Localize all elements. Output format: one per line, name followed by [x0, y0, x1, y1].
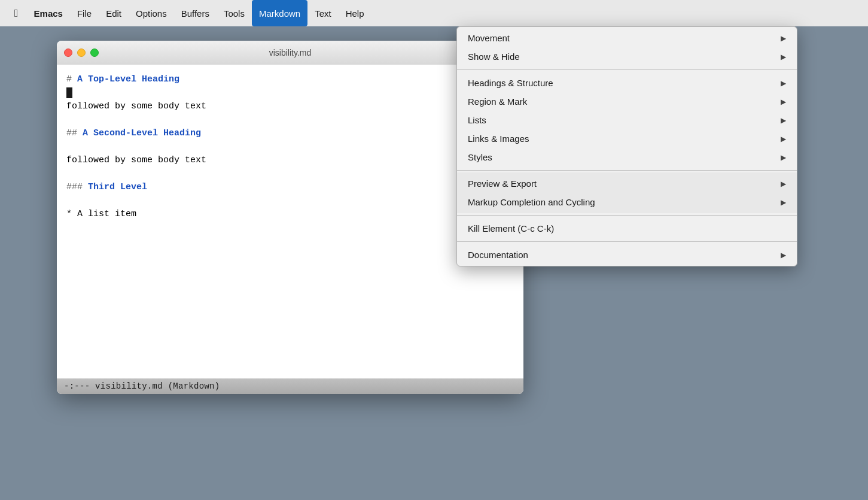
- separator-1: [457, 69, 797, 70]
- editor-line-list: * A list item: [66, 208, 514, 222]
- help-menu[interactable]: Help: [339, 0, 371, 26]
- arrow-icon: ▶: [781, 53, 786, 61]
- editor-line-h1: # A Top-Level Heading: [66, 73, 514, 87]
- menu-item-movement[interactable]: Movement ▶: [457, 29, 797, 47]
- menu-item-docs-label: Documentation: [468, 250, 528, 260]
- edit-menu[interactable]: Edit: [99, 0, 129, 26]
- menu-group-4: Kill Element (C-c C-k): [457, 217, 797, 240]
- arrow-icon: ▶: [781, 98, 786, 106]
- menu-group-1: Movement ▶ Show & Hide ▶: [457, 27, 797, 68]
- editor-line-h2: ## A Second-Level Heading: [66, 127, 514, 141]
- menu-item-lists[interactable]: Lists ▶: [457, 111, 797, 129]
- menu-item-markup-label: Markup Completion and Cycling: [468, 197, 595, 207]
- close-button[interactable]: [64, 49, 72, 57]
- menu-item-movement-label: Movement: [468, 33, 510, 43]
- modeline-content: -:--- visibility.md (Markdown): [64, 381, 220, 391]
- menu-item-region-mark[interactable]: Region & Mark ▶: [457, 92, 797, 111]
- menu-item-markup-completion[interactable]: Markup Completion and Cycling ▶: [457, 193, 797, 211]
- editor-line-empty3: [66, 168, 514, 181]
- editor-line-cursor: [66, 87, 514, 101]
- menu-item-preview-export[interactable]: Preview & Export ▶: [457, 174, 797, 193]
- menubar:  Emacs File Edit Options Buffers Tools …: [0, 0, 868, 26]
- dropdown-menu: Movement ▶ Show & Hide ▶ Headings & Stru…: [456, 26, 797, 266]
- editor-line-body1: followed by some body text: [66, 100, 514, 114]
- apple-menu[interactable]: : [6, 0, 27, 26]
- menu-item-show-hide[interactable]: Show & Hide ▶: [457, 47, 797, 66]
- editor-window: visibility.md # A Top-Level Heading foll…: [57, 41, 523, 394]
- menu-item-lists-label: Lists: [468, 115, 486, 125]
- arrow-icon: ▶: [781, 153, 786, 162]
- menu-item-styles-label: Styles: [468, 152, 492, 162]
- separator-3: [457, 215, 797, 216]
- file-menu[interactable]: File: [70, 0, 99, 26]
- editor-line-empty1: [66, 114, 514, 128]
- emacs-menu[interactable]: Emacs: [27, 0, 70, 26]
- editor-line-empty2: [66, 141, 514, 154]
- menu-group-5: Documentation ▶: [457, 244, 797, 266]
- editor-content[interactable]: # A Top-Level Heading followed by some b…: [57, 65, 523, 378]
- menu-item-headings-structure[interactable]: Headings & Structure ▶: [457, 74, 797, 92]
- menu-item-styles[interactable]: Styles ▶: [457, 148, 797, 166]
- menu-group-3: Preview & Export ▶ Markup Completion and…: [457, 172, 797, 213]
- text-menu[interactable]: Text: [307, 0, 339, 26]
- separator-2: [457, 170, 797, 171]
- arrow-icon: ▶: [781, 198, 786, 207]
- arrow-icon: ▶: [781, 116, 786, 125]
- menu-item-links-images[interactable]: Links & Images ▶: [457, 129, 797, 148]
- traffic-lights: [64, 49, 99, 57]
- menu-item-kill-label: Kill Element (C-c C-k): [468, 223, 554, 234]
- arrow-icon: ▶: [781, 34, 786, 43]
- tools-menu[interactable]: Tools: [217, 0, 252, 26]
- menu-item-links-label: Links & Images: [468, 134, 529, 144]
- menu-item-preview-label: Preview & Export: [468, 178, 537, 189]
- editor-line-empty4: [66, 195, 514, 208]
- markdown-menu[interactable]: Markdown: [252, 0, 307, 26]
- arrow-icon: ▶: [781, 79, 786, 87]
- window-title: visibility.md: [269, 48, 312, 57]
- buffers-menu[interactable]: Buffers: [174, 0, 217, 26]
- arrow-icon: ▶: [781, 180, 786, 188]
- menu-item-kill-element[interactable]: Kill Element (C-c C-k): [457, 219, 797, 238]
- separator-4: [457, 241, 797, 242]
- menu-item-show-hide-label: Show & Hide: [468, 51, 520, 62]
- menu-item-region-label: Region & Mark: [468, 96, 527, 107]
- editor-line-h3: ### Third Level: [66, 181, 514, 195]
- arrow-icon: ▶: [781, 251, 786, 259]
- menu-group-2: Headings & Structure ▶ Region & Mark ▶ L…: [457, 72, 797, 168]
- editor-modeline: -:--- visibility.md (Markdown): [57, 378, 523, 394]
- menu-item-documentation[interactable]: Documentation ▶: [457, 246, 797, 264]
- editor-line-body2: followed by some body text: [66, 154, 514, 168]
- options-menu[interactable]: Options: [129, 0, 174, 26]
- window-titlebar: visibility.md: [57, 41, 523, 65]
- minimize-button[interactable]: [77, 49, 86, 57]
- arrow-icon: ▶: [781, 135, 786, 143]
- menu-item-headings-label: Headings & Structure: [468, 78, 553, 88]
- maximize-button[interactable]: [90, 49, 99, 57]
